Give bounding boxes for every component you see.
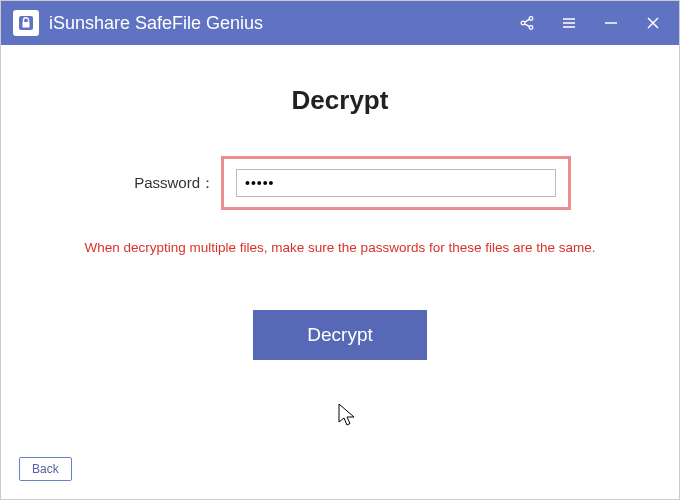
back-button[interactable]: Back <box>19 457 72 481</box>
share-icon[interactable] <box>517 13 537 33</box>
cursor-icon <box>337 402 359 434</box>
decrypt-button[interactable]: Decrypt <box>253 310 426 360</box>
menu-icon[interactable] <box>559 13 579 33</box>
svg-line-6 <box>525 24 530 27</box>
app-title: iSunshare SafeFile Genius <box>49 13 517 34</box>
titlebar: iSunshare SafeFile Genius <box>1 1 679 45</box>
main-content: Decrypt Password： When decrypting multip… <box>1 45 679 380</box>
svg-point-2 <box>529 17 533 21</box>
titlebar-actions <box>517 13 669 33</box>
password-row: Password： <box>61 156 619 210</box>
svg-rect-1 <box>23 22 30 28</box>
svg-line-5 <box>525 19 530 22</box>
app-lock-icon <box>13 10 39 36</box>
minimize-icon[interactable] <box>601 13 621 33</box>
svg-point-4 <box>529 26 533 30</box>
close-icon[interactable] <box>643 13 663 33</box>
password-label: Password： <box>109 174 219 193</box>
svg-point-3 <box>521 21 525 25</box>
warning-text: When decrypting multiple files, make sur… <box>61 240 619 255</box>
page-title: Decrypt <box>61 85 619 116</box>
password-highlight <box>221 156 571 210</box>
password-input[interactable] <box>236 169 556 197</box>
